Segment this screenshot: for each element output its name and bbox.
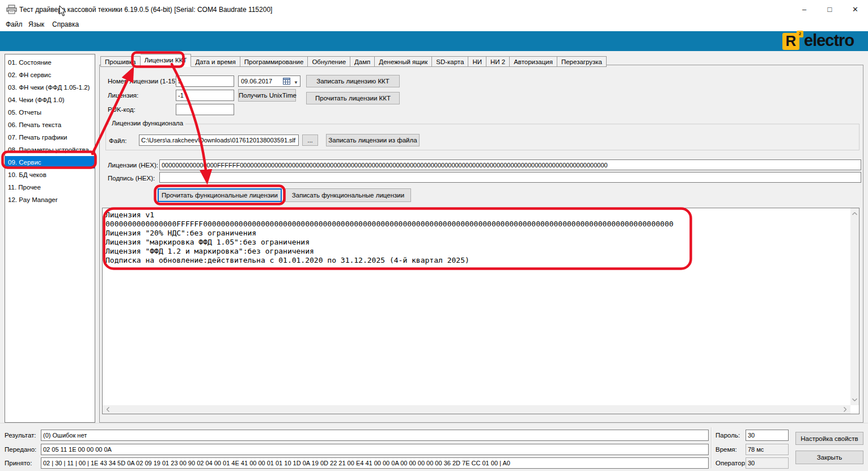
tab-ni2[interactable]: НИ 2: [486, 56, 510, 67]
time-label: Время:: [715, 446, 737, 453]
result-field[interactable]: [41, 430, 709, 441]
signature-hex-label: Подпись (HEX):: [108, 175, 155, 182]
calendar-icon: [283, 78, 290, 85]
sidebar-item-09-servis[interactable]: 09. Сервис: [5, 156, 95, 169]
mouse-cursor-icon: [59, 6, 67, 17]
puk-label: PUK-код:: [108, 106, 136, 113]
tab-ni[interactable]: НИ: [468, 56, 486, 67]
operator-field[interactable]: [746, 457, 789, 469]
output-line: Подписка на обновление:действительна с 0…: [105, 256, 848, 265]
license-input[interactable]: [176, 90, 234, 101]
sidebar-item-07-pechat-grafiki[interactable]: 07. Печать графики: [5, 131, 95, 144]
password-label: Пароль:: [715, 432, 740, 439]
sidebar-item-10-bd-chekov[interactable]: 10. БД чеков: [5, 169, 95, 181]
dropdown-arrow-icon[interactable]: ▼: [294, 78, 298, 88]
vertical-scrollbar[interactable]: [850, 208, 859, 405]
output-line: Лицензия "ФФД 1.2 и маркировка":без огра…: [105, 247, 848, 256]
tab-obnulenie[interactable]: Обнуление: [308, 56, 350, 67]
menu-help[interactable]: Справка: [52, 20, 79, 28]
tab-damp[interactable]: Дамп: [350, 56, 375, 67]
maximize-button[interactable]: □: [817, 0, 842, 19]
scroll-down-icon[interactable]: [850, 396, 859, 404]
tab-sd-karta[interactable]: SD-карта: [432, 56, 468, 67]
sidebar-item-11-prochee[interactable]: 11. Прочее: [5, 181, 95, 194]
output-line: Лицензия "20% НДС":без ограничения: [105, 229, 848, 238]
logo-text: electro: [804, 31, 854, 50]
output-box[interactable]: Лицензия v1 0000000000000000FFFFFF000000…: [102, 208, 859, 414]
file-label: Файл:: [109, 137, 126, 144]
license-date-picker[interactable]: 09.06.2017 ▼: [238, 75, 300, 87]
section-list: 01. Состояние 02. ФН сервис 03. ФН чеки …: [5, 54, 95, 423]
file-path-input[interactable]: [139, 134, 299, 146]
minimize-button[interactable]: –: [791, 0, 817, 19]
licenses-hex-input[interactable]: [159, 159, 861, 170]
output-line: Лицензия v1: [105, 211, 848, 220]
operator-label: Оператор:: [715, 460, 747, 466]
read-license-button[interactable]: Прочитать лицензии ККТ: [306, 92, 400, 104]
tab-proshivka[interactable]: Прошивка: [100, 56, 141, 67]
license-date-value: 09.06.2017: [241, 78, 272, 85]
tab-perezagruzka[interactable]: Перезагрузка: [557, 56, 607, 67]
sidebar-item-06-pechat-teksta[interactable]: 06. Печать текста: [5, 119, 95, 131]
sidebar-item-04-cheki[interactable]: 04. Чеки (ФФД 1.0): [5, 94, 95, 106]
output-license-text: Лицензия v1 0000000000000000FFFFFF000000…: [105, 211, 848, 265]
close-button[interactable]: ✕: [842, 0, 868, 19]
time-field[interactable]: [746, 444, 789, 455]
tab-strip: Прошивка Лицензии ККТ Дата и время Прогр…: [100, 54, 607, 67]
properties-button[interactable]: Настройка свойств: [795, 432, 863, 445]
close-app-button[interactable]: Закрыть: [795, 451, 863, 464]
write-from-file-button[interactable]: Записать лицензии из файла: [326, 134, 420, 146]
sidebar-item-02-fn-servis[interactable]: 02. ФН сервис: [5, 69, 95, 81]
tab-data-i-vremya[interactable]: Дата и время: [191, 56, 240, 67]
tab-denezhny-yaschik[interactable]: Денежный ящик: [375, 56, 432, 67]
received-field[interactable]: [41, 457, 709, 469]
signature-hex-input[interactable]: [159, 172, 861, 183]
tab-licenses-kkt[interactable]: Лицензии ККТ: [141, 54, 192, 67]
tab-programmirovanie[interactable]: Программирование: [240, 56, 308, 67]
menu-file[interactable]: Файл: [6, 20, 23, 28]
received-label: Принято:: [5, 460, 32, 466]
sidebar-item-08-parametry[interactable]: 08. Параметры устройства: [5, 144, 95, 156]
menu-bar: Файл Язык Справка: [0, 19, 868, 31]
output-line: Лицензия "маркировка ФФД 1.05":без огран…: [105, 238, 848, 247]
scroll-right-icon[interactable]: [841, 405, 849, 414]
license-number-label: Номер лицензии (1-15): [108, 78, 177, 85]
license-label: Лицензия:: [108, 92, 138, 99]
divider: [711, 427, 712, 468]
status-panel: Результат: Передано: Принято: Пароль: Вр…: [0, 423, 868, 471]
sidebar-item-05-otchety[interactable]: 05. Отчеты: [5, 106, 95, 119]
write-license-button[interactable]: Записать лицензию ККТ: [306, 75, 400, 87]
window-title: Тест драйвера кассовой техники 6.19.0.5 …: [19, 6, 272, 14]
get-unixtime-button[interactable]: Получить UnixTime: [238, 89, 296, 102]
sidebar-item-01-sostoyanie[interactable]: 01. Состояние: [5, 56, 95, 69]
result-label: Результат:: [5, 432, 36, 439]
puk-input[interactable]: [176, 104, 234, 115]
printer-icon: [6, 5, 17, 14]
app-window: Тест драйвера кассовой техники 6.19.0.5 …: [0, 0, 868, 471]
horizontal-scrollbar[interactable]: [103, 405, 850, 414]
write-functional-button[interactable]: Записать функциональные лицензии: [285, 188, 411, 202]
sent-label: Передано:: [5, 446, 36, 453]
title-bar: Тест драйвера кассовой техники 6.19.0.5 …: [0, 0, 868, 19]
license-number-input[interactable]: [176, 75, 234, 87]
r2electro-logo: R 2 electro: [782, 32, 865, 51]
password-field[interactable]: [746, 430, 789, 441]
logo-sup-square: 2: [797, 31, 803, 37]
scroll-left-icon[interactable]: [104, 405, 112, 414]
sent-field[interactable]: [41, 444, 709, 455]
brand-banner: R 2 electro: [0, 31, 868, 51]
scroll-up-icon[interactable]: [850, 209, 859, 218]
read-functional-button[interactable]: Прочитать функциональные лицензии: [158, 188, 282, 202]
licenses-hex-label: Лицензии (HEX):: [108, 162, 158, 169]
tab-avtorizaciya[interactable]: Авторизация: [510, 56, 557, 67]
functional-licenses-group-title: Лицензии функционала: [109, 120, 185, 127]
output-line: 0000000000000000FFFFFF000000000000000000…: [105, 220, 848, 229]
sidebar-item-03-fn-cheki[interactable]: 03. ФН чеки (ФФД 1.05-1.2): [5, 81, 95, 94]
browse-file-button[interactable]: ...: [302, 134, 318, 146]
menu-language[interactable]: Язык: [28, 20, 44, 28]
sidebar-item-12-pay-manager[interactable]: 12. Pay Manager: [5, 194, 95, 206]
